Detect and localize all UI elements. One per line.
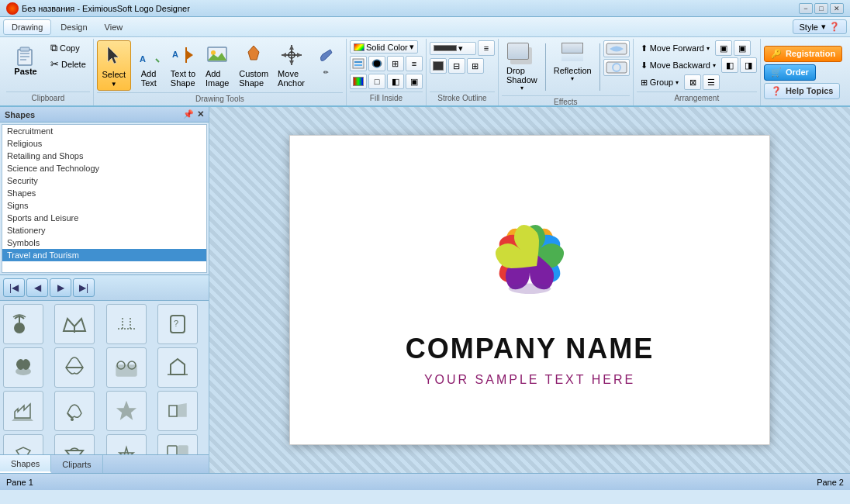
drawing-tools-label: Drawing Tools: [97, 92, 343, 105]
fill-btn3[interactable]: ⊞: [387, 56, 404, 71]
fill-more2[interactable]: ▣: [406, 74, 423, 89]
select-button[interactable]: Select ▼: [97, 40, 131, 91]
svg-rect-20: [353, 59, 364, 68]
text-to-shape-label: Text toShape: [171, 69, 195, 88]
custom-shape-button[interactable]: CustomShape: [235, 40, 272, 90]
shape-thumb-13[interactable]: [3, 434, 43, 454]
menu-drawing[interactable]: Drawing: [3, 19, 51, 35]
list-item-travel[interactable]: Travel and Tourism: [2, 249, 206, 261]
shape-thumb-16[interactable]: [157, 434, 198, 454]
help-icon[interactable]: ❓: [829, 22, 840, 32]
shape-thumb-12[interactable]: [157, 391, 198, 431]
stroke-color-btn[interactable]: [430, 58, 447, 74]
add-text-button[interactable]: A AddText: [133, 40, 165, 90]
shape-thumb-8[interactable]: [157, 347, 198, 388]
svg-rect-49: [178, 446, 188, 454]
arr-icon5[interactable]: ⊠: [684, 74, 701, 90]
svg-point-36: [16, 368, 31, 375]
group-button[interactable]: ⊞ Group ▾: [637, 74, 683, 90]
move-forward-chevron: ▾: [707, 45, 710, 52]
stroke-dropdown[interactable]: ▾: [430, 42, 476, 55]
canvas-card[interactable]: COMPANY NAME YOUR SAMPLE TEXT HERE: [289, 135, 770, 445]
text-to-shape-button[interactable]: A Text toShape: [167, 40, 199, 90]
shape-thumb-15[interactable]: [106, 434, 147, 454]
list-item-signs[interactable]: Signs: [2, 199, 206, 212]
style-button[interactable]: Style ▾ ❓: [793, 19, 847, 34]
list-item-stationery[interactable]: Stationery: [2, 224, 206, 236]
close-button[interactable]: ✕: [830, 3, 844, 14]
help-topics-button[interactable]: ❓ Help Topics: [764, 83, 841, 99]
add-image-icon: [205, 43, 230, 67]
panel-pin-icon[interactable]: 📌: [183, 109, 194, 119]
list-item-religious[interactable]: Religious: [2, 137, 206, 150]
arr-icon3[interactable]: ◧: [721, 57, 738, 73]
paste-button[interactable]: Paste: [6, 40, 45, 78]
list-item-security[interactable]: Security: [2, 174, 206, 187]
arr-icon1[interactable]: ▣: [715, 40, 732, 56]
arr-row3: ⊞ Group ▾ ⊠ ☰: [637, 74, 720, 90]
shape-thumb-4[interactable]: ?: [157, 304, 198, 344]
arr-row1: ⬆ Move Forward ▾ ▣ ▣: [637, 40, 751, 56]
arr-icon4[interactable]: ◨: [740, 57, 757, 73]
shapes-list[interactable]: Recruitment Religious Retailing and Shop…: [2, 124, 207, 273]
menu-view[interactable]: View: [97, 20, 131, 34]
reflection-button[interactable]: Reflection ▾: [549, 40, 596, 85]
order-button[interactable]: 🛒 Order: [764, 64, 816, 81]
delete-button[interactable]: ✂ Delete: [47, 57, 90, 71]
list-item-recruitment[interactable]: Recruitment: [2, 125, 206, 137]
shape-thumb-1[interactable]: [3, 304, 43, 344]
player-last-button[interactable]: ▶|: [73, 278, 95, 297]
player-first-button[interactable]: |◀: [3, 278, 25, 297]
maximize-button[interactable]: □: [814, 3, 828, 14]
fill-color-btn[interactable]: [350, 74, 367, 89]
stroke-btn1[interactable]: ≡: [478, 40, 495, 56]
arr-icon2[interactable]: ▣: [734, 40, 751, 56]
list-item-symbols[interactable]: Symbols: [2, 236, 206, 249]
stroke-opt2[interactable]: ⊞: [467, 58, 484, 74]
extra-tool-button[interactable]: ✏: [310, 40, 343, 78]
stroke-opt1[interactable]: ⊟: [448, 58, 465, 74]
panel-close-icon[interactable]: ✕: [197, 109, 204, 119]
shapes-grid[interactable]: ?: [0, 301, 209, 454]
drop-shadow-button[interactable]: DropShadow ▾: [502, 40, 542, 94]
tab-cliparts[interactable]: Cliparts: [51, 455, 102, 473]
fill-opacity-btn[interactable]: □: [368, 74, 385, 89]
shape-thumb-5[interactable]: [3, 347, 43, 388]
player-play-button[interactable]: ▶: [50, 278, 71, 297]
fill-btn4[interactable]: ≡: [406, 56, 423, 71]
registration-button[interactable]: 🔑 Registration: [764, 46, 842, 62]
move-forward-button[interactable]: ⬆ Move Forward ▾: [637, 40, 714, 56]
player-prev-button[interactable]: ◀: [26, 278, 48, 297]
tab-shapes[interactable]: Shapes: [0, 455, 51, 473]
fill-more1[interactable]: ◧: [387, 74, 404, 89]
help-topics-label: Help Topics: [786, 86, 834, 95]
solid-color-dropdown[interactable]: Solid Color ▾: [350, 40, 418, 54]
fill-inside-content: Solid Color ▾: [350, 40, 423, 90]
fill-btn2[interactable]: [368, 56, 385, 71]
shape-thumb-3[interactable]: [106, 304, 147, 344]
shape-thumb-11[interactable]: [106, 391, 147, 431]
shape-thumb-9[interactable]: [3, 391, 43, 431]
stroke-row2: ⊟ ⊞: [430, 58, 484, 74]
shape-thumb-10[interactable]: [54, 391, 95, 431]
copy-button[interactable]: ⧉ Copy: [47, 40, 90, 56]
svg-marker-16: [289, 45, 294, 50]
menu-design[interactable]: Design: [53, 20, 95, 34]
list-item-sports[interactable]: Sports and Leisure: [2, 212, 206, 224]
shape-thumb-7[interactable]: [106, 347, 147, 388]
move-anchor-button[interactable]: MoveAnchor: [274, 40, 309, 90]
shape-thumb-6[interactable]: [54, 347, 95, 388]
fill-btn1[interactable]: [350, 56, 367, 71]
effects-extra-btn1[interactable]: [603, 40, 630, 57]
canvas-area[interactable]: COMPANY NAME YOUR SAMPLE TEXT HERE: [209, 107, 850, 473]
effects-extra-btn2[interactable]: [603, 59, 630, 76]
list-item-shapes[interactable]: Shapes: [2, 187, 206, 199]
minimize-button[interactable]: −: [799, 3, 813, 14]
arr-icon6[interactable]: ☰: [703, 74, 720, 90]
add-image-button[interactable]: AddImage: [201, 40, 233, 90]
list-item-science[interactable]: Science and Technology: [2, 162, 206, 174]
shape-thumb-2[interactable]: [54, 304, 95, 344]
move-backward-button[interactable]: ⬇ Move Backward ▾: [637, 57, 720, 73]
shape-thumb-14[interactable]: [54, 434, 95, 454]
list-item-retailing[interactable]: Retailing and Shops: [2, 150, 206, 162]
